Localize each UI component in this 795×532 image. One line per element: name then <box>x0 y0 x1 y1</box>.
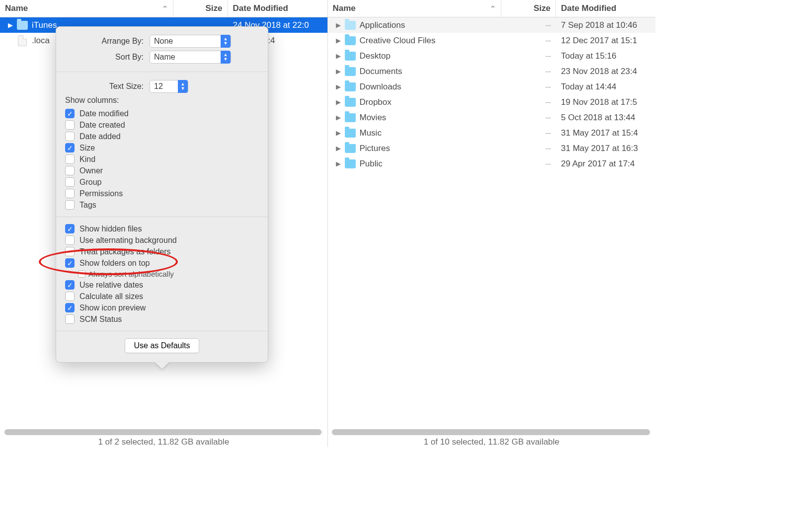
file-date: 31 May 2017 at 16:3 <box>556 144 655 153</box>
file-date: 7 Sep 2018 at 10:46 <box>556 20 655 30</box>
sort-caret-icon: ⌃ <box>159 4 168 12</box>
display-option-checkbox[interactable]: ✓Show folders on top <box>65 258 259 268</box>
stepper-icon: ▲▼ <box>221 35 231 48</box>
disclosure-triangle-icon[interactable]: ▶ <box>335 68 342 75</box>
horizontal-scrollbar[interactable] <box>331 429 652 435</box>
column-option-checkbox[interactable]: Date created <box>65 120 259 130</box>
arrange-by-label: Arrange By: <box>65 37 150 46</box>
disclosure-triangle-icon[interactable]: ▶ <box>335 145 342 152</box>
file-date: 12 Dec 2017 at 15:1 <box>556 36 655 46</box>
display-option-checkbox[interactable]: Treat packages as folders <box>65 247 259 256</box>
checkbox-label: Group <box>80 178 101 187</box>
column-option-checkbox[interactable]: Date added <box>65 132 259 141</box>
display-option-checkbox[interactable]: ✓Show hidden files <box>65 224 259 233</box>
checkbox-icon <box>65 247 75 256</box>
sort-by-select[interactable]: Name▲▼ <box>150 51 231 64</box>
folder-icon <box>345 112 356 123</box>
table-row[interactable]: ▶Pictures--31 May 2017 at 16:3 <box>328 141 656 156</box>
sort-caret-icon: ⌃ <box>487 4 496 12</box>
file-name: Downloads <box>360 82 502 92</box>
file-name: Desktop <box>360 51 502 61</box>
use-as-defaults-button[interactable]: Use as Defaults <box>125 338 200 353</box>
checkbox-label: Kind <box>80 155 95 164</box>
column-name[interactable]: Name⌃ <box>0 0 173 17</box>
display-option-checkbox[interactable]: ✓Use relative dates <box>65 280 259 290</box>
file-size: -- <box>501 51 556 61</box>
file-name: Music <box>360 128 502 138</box>
text-size-select[interactable]: 12▲▼ <box>150 80 188 93</box>
arrange-by-select[interactable]: None▲▼ <box>150 35 231 48</box>
table-row[interactable]: ▶Public--29 Apr 2017 at 17:4 <box>328 156 656 171</box>
view-options-popover: Arrange By: None▲▼ Sort By: Name▲▼ Text … <box>56 26 268 363</box>
column-option-checkbox[interactable]: Group <box>65 177 259 187</box>
disclosure-triangle-icon[interactable]: ▶ <box>335 114 342 121</box>
checkbox-icon <box>65 314 75 324</box>
checkbox-icon <box>65 200 75 210</box>
column-size[interactable]: Size <box>173 0 228 17</box>
disclosure-triangle-icon[interactable]: ▶ <box>335 98 342 106</box>
checkbox-label: Show hidden files <box>80 225 142 233</box>
file-name: Creative Cloud Files <box>360 36 502 46</box>
column-name[interactable]: Name⌃ <box>328 0 502 17</box>
disclosure-triangle-icon[interactable]: ▶ <box>335 83 342 90</box>
file-size: -- <box>501 97 556 107</box>
folder-icon <box>345 35 356 46</box>
checkbox-label: Size <box>80 144 95 152</box>
display-sub-option-checkbox[interactable]: Always sort alphabetically <box>78 270 259 278</box>
column-option-checkbox[interactable]: Owner <box>65 166 259 175</box>
table-row[interactable]: ▶Applications--7 Sep 2018 at 10:46 <box>328 17 656 33</box>
file-date: 23 Nov 2018 at 23:4 <box>556 67 655 76</box>
display-option-checkbox[interactable]: Calculate all sizes <box>65 292 259 301</box>
table-row[interactable]: ▶Documents--23 Nov 2018 at 23:4 <box>328 64 656 79</box>
table-row[interactable]: ▶Movies--5 Oct 2018 at 13:44 <box>328 110 656 125</box>
disclosure-triangle-icon[interactable]: ▶ <box>7 21 14 29</box>
checkbox-label: Show icon preview <box>80 304 146 312</box>
checkbox-icon <box>78 270 85 278</box>
display-option-checkbox[interactable]: ✓Show icon preview <box>65 303 259 312</box>
checkbox-label: Permissions <box>80 189 123 198</box>
checkbox-icon <box>65 166 75 175</box>
checkbox-label: SCM Status <box>80 315 122 324</box>
column-date[interactable]: Date Modified <box>228 0 327 17</box>
file-size: -- <box>501 144 556 153</box>
display-option-checkbox[interactable]: SCM Status <box>65 314 259 324</box>
horizontal-scrollbar[interactable] <box>3 429 324 435</box>
checkbox-label: Always sort alphabetically <box>88 270 174 278</box>
disclosure-triangle-icon[interactable]: ▶ <box>335 21 342 29</box>
column-date[interactable]: Date Modified <box>556 0 655 17</box>
table-row[interactable]: ▶Creative Cloud Files--12 Dec 2017 at 15… <box>328 33 656 48</box>
display-option-checkbox[interactable]: Use alternating background <box>65 235 259 245</box>
status-text: 1 of 2 selected, 11.82 GB available <box>98 437 229 447</box>
checkbox-label: Owner <box>80 166 103 175</box>
checkbox-label: Use alternating background <box>80 236 177 245</box>
column-option-checkbox[interactable]: ✓Date modified <box>65 109 259 118</box>
table-row[interactable]: ▶Desktop--Today at 15:16 <box>328 48 656 64</box>
file-size: -- <box>501 20 556 30</box>
checkbox-icon: ✓ <box>65 303 75 312</box>
file-size: -- <box>501 36 556 46</box>
column-option-checkbox[interactable]: ✓Size <box>65 143 259 152</box>
disclosure-triangle-icon[interactable]: ▶ <box>335 52 342 60</box>
folder-icon <box>345 158 356 169</box>
column-option-checkbox[interactable]: Permissions <box>65 189 259 198</box>
checkbox-icon <box>65 132 75 141</box>
table-row[interactable]: ▶Downloads--Today at 14:44 <box>328 79 656 94</box>
table-row[interactable]: ▶Dropbox--19 Nov 2018 at 17:5 <box>328 94 656 110</box>
table-row[interactable]: ▶Music--31 May 2017 at 15:4 <box>328 125 656 141</box>
file-size: -- <box>501 113 556 123</box>
sort-by-label: Sort By: <box>65 53 150 62</box>
column-size[interactable]: Size <box>501 0 556 17</box>
disclosure-triangle-icon[interactable]: ▶ <box>335 37 342 44</box>
disclosure-triangle-icon[interactable]: ▶ <box>335 129 342 137</box>
disclosure-triangle-icon[interactable]: ▶ <box>335 160 342 167</box>
column-header: Name⌃ Size Date Modified <box>328 0 656 17</box>
stepper-icon: ▲▼ <box>178 80 188 93</box>
status-bar-left: 1 of 2 selected, 11.82 GB available <box>0 430 327 447</box>
status-text: 1 of 10 selected, 11.82 GB available <box>424 437 559 447</box>
text-size-label: Text Size: <box>65 82 150 91</box>
column-option-checkbox[interactable]: Tags <box>65 200 259 210</box>
checkbox-icon <box>65 189 75 198</box>
column-option-checkbox[interactable]: Kind <box>65 154 259 164</box>
checkbox-label: Tags <box>80 201 96 210</box>
file-name: Applications <box>360 20 502 30</box>
